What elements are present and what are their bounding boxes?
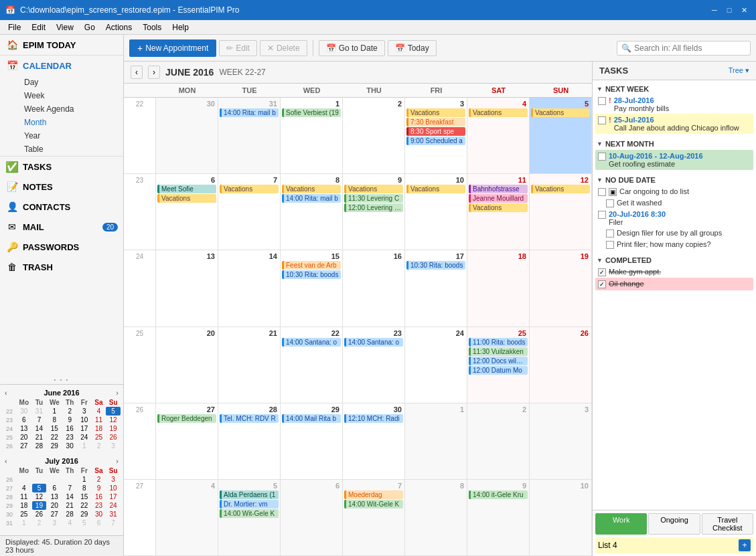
cal-cell-5-6[interactable]: 10 — [530, 480, 592, 555]
mini-cal-day[interactable]: 23 — [62, 433, 77, 442]
mini-cal-day[interactable]: 6 — [46, 484, 62, 492]
tasks-tree-button[interactable]: Tree ▾ — [729, 66, 749, 75]
mini-cal-day[interactable]: 23 — [92, 501, 106, 510]
cal-cell-2-0[interactable]: 13 — [156, 250, 218, 326]
task-3-checkbox[interactable] — [598, 153, 606, 161]
cal-event-1-3-2[interactable]: 12:00 Levering 12 — [344, 203, 403, 212]
cal-cell-0-4[interactable]: 3Vacations7:30 Breakfast8:30 Sport spe9:… — [405, 98, 467, 173]
task-add-button[interactable]: + — [739, 539, 751, 551]
mini-cal-june-next[interactable]: › — [114, 389, 121, 397]
mini-cal-day[interactable]: 4 — [16, 484, 32, 492]
cal-cell-2-4[interactable]: 1710:30 Rita: boods — [405, 250, 467, 326]
cal-cell-4-3[interactable]: 3012:10 MCH: Radi — [343, 403, 405, 479]
mini-cal-day[interactable]: 3 — [106, 442, 121, 450]
cal-cell-5-5[interactable]: 914:00 it-Gele Kru — [467, 480, 530, 555]
cal-cell-3-0[interactable]: 20 — [156, 327, 218, 403]
cal-event-1-3-1[interactable]: 11:30 Levering C — [344, 194, 403, 203]
cal-cell-3-1[interactable]: 21 — [218, 327, 281, 403]
cal-event-1-5-1[interactable]: Jeanne Mouillard — [469, 194, 528, 203]
mini-cal-day[interactable]: 3 — [46, 519, 62, 527]
mini-cal-day[interactable]: 1 — [77, 475, 92, 484]
mini-cal-day[interactable]: 1 — [16, 519, 32, 527]
cal-cell-1-3[interactable]: 9Vacations11:30 Levering C12:00 Levering… — [343, 174, 405, 250]
mini-cal-day[interactable]: 16 — [92, 492, 106, 501]
mini-cal-day[interactable]: 15 — [77, 492, 92, 501]
cal-event-5-1-2[interactable]: 14:00 Wit-Gele K — [220, 509, 279, 518]
today-button[interactable]: 📅 Today — [388, 40, 437, 56]
cal-cell-4-1[interactable]: 28Tel. MCH: RDV R — [218, 403, 281, 479]
cal-cell-0-1[interactable]: 3114:00 Rita: mail b — [218, 98, 281, 173]
edit-button[interactable]: ✏ Edit — [219, 40, 257, 56]
subnav-table[interactable]: Table — [21, 143, 123, 156]
mini-cal-july-next[interactable]: › — [114, 457, 121, 465]
cal-event-1-6-0[interactable]: Vacations — [531, 185, 590, 193]
cal-event-3-5-1[interactable]: 11:30 Vuilzakken — [469, 347, 528, 356]
mini-cal-day[interactable]: 31 — [106, 510, 121, 519]
mini-cal-day[interactable]: 4 — [92, 407, 106, 415]
sidebar-item-tasks[interactable]: ✅ TASKS — [0, 156, 123, 177]
mini-cal-day[interactable]: 7 — [62, 484, 77, 492]
task-7-checkbox[interactable] — [606, 229, 614, 238]
cal-cell-0-6[interactable]: 5Vacations — [530, 98, 592, 173]
cal-event-1-4-0[interactable]: Vacations — [406, 185, 465, 193]
mini-cal-day[interactable]: 5 — [77, 519, 92, 527]
task-5-checkbox[interactable] — [606, 199, 614, 207]
cal-event-0-4-3[interactable]: 9:00 Scheduled a — [406, 136, 465, 145]
sidebar-item-mail[interactable]: ✉ MAIL 20 — [0, 217, 123, 237]
mini-cal-day[interactable]: 2 — [62, 407, 77, 415]
cal-cell-4-4[interactable]: 1 — [405, 403, 467, 479]
cal-event-5-5-0[interactable]: 14:00 it-Gele Kru — [469, 490, 528, 499]
cal-cell-2-2[interactable]: 15Feest van de Arb10:30 Rita: boods — [281, 250, 343, 326]
mini-cal-day[interactable]: 14 — [32, 424, 47, 433]
mini-cal-june-prev[interactable]: ‹ — [3, 389, 9, 397]
sidebar-item-calendar[interactable]: 📅 CALENDAR — [0, 56, 123, 76]
menu-actions[interactable]: Actions — [100, 21, 137, 33]
task-tab-ongoing[interactable]: Ongoing — [648, 513, 700, 535]
cal-cell-3-2[interactable]: 2214:00 Santana: o — [281, 327, 343, 403]
cal-event-0-1-0[interactable]: 14:00 Rita: mail b — [220, 108, 279, 117]
cal-event-0-4-2[interactable]: 8:30 Sport spe — [406, 127, 465, 136]
cal-next-button[interactable]: › — [148, 66, 160, 79]
mini-cal-day[interactable]: 14 — [62, 492, 77, 501]
mini-cal-day[interactable]: 7 — [106, 519, 121, 527]
cal-event-4-2-0[interactable]: 14:00 Mail Rita b — [282, 414, 341, 423]
cal-cell-3-6[interactable]: 26 — [530, 327, 592, 403]
mini-cal-day[interactable]: 27 — [46, 510, 62, 519]
cal-cell-1-0[interactable]: 6Meet SofieVacations — [156, 174, 218, 250]
mini-cal-day[interactable]: 9 — [62, 415, 77, 424]
sidebar-item-contacts[interactable]: 👤 CONTACTS — [0, 197, 123, 217]
cal-cell-1-2[interactable]: 8Vacations14:00 Rita: mail b — [281, 174, 343, 250]
subnav-week-agenda[interactable]: Week Agenda — [21, 102, 123, 116]
task-9-checkbox[interactable]: ✓ — [598, 268, 606, 276]
mini-cal-day[interactable]: 2 — [32, 519, 47, 527]
cal-cell-2-1[interactable]: 14 — [218, 250, 281, 326]
close-button[interactable]: ✕ — [737, 3, 751, 17]
mini-cal-day[interactable]: 24 — [106, 501, 121, 510]
mini-cal-day[interactable]: 16 — [62, 424, 77, 433]
cal-event-3-5-0[interactable]: 11:00 Rita: boods — [469, 338, 528, 347]
menu-view[interactable]: View — [51, 21, 79, 33]
subnav-month[interactable]: Month — [21, 116, 123, 129]
cal-event-3-5-2[interactable]: 12:00 Docs wilsve — [469, 357, 528, 365]
sidebar-item-notes[interactable]: 📝 NOTES — [0, 177, 123, 197]
cal-event-1-1-0[interactable]: Vacations — [220, 185, 279, 193]
mini-cal-day[interactable]: 15 — [46, 424, 62, 433]
task-10-checkbox[interactable]: ✓ — [598, 280, 606, 288]
mini-cal-day[interactable]: 13 — [16, 424, 32, 433]
cal-cell-2-5[interactable]: 18 — [467, 250, 530, 326]
cal-event-3-2-0[interactable]: 14:00 Santana: o — [282, 338, 341, 347]
cal-cell-3-4[interactable]: 24 — [405, 327, 467, 403]
subnav-week[interactable]: Week — [21, 89, 123, 102]
cal-event-3-5-3[interactable]: 12:00 Datum Mo — [469, 366, 528, 375]
mini-cal-day[interactable]: 30 — [16, 407, 32, 415]
mini-cal-day[interactable]: 4 — [62, 519, 77, 527]
task-section-next-month-header[interactable]: ▼ NEXT MONTH — [595, 138, 753, 150]
menu-file[interactable]: File — [3, 21, 26, 33]
cal-cell-1-6[interactable]: 12Vacations — [530, 174, 592, 250]
mini-cal-day[interactable]: 21 — [62, 501, 77, 510]
subnav-day[interactable]: Day — [21, 76, 123, 89]
mini-cal-day[interactable]: 12 — [32, 492, 47, 501]
cal-event-3-3-0[interactable]: 14:00 Santana: o — [344, 338, 403, 347]
task-section-completed-header[interactable]: ▼ COMPLETED — [595, 254, 753, 266]
task-4-checkbox[interactable] — [598, 188, 606, 196]
